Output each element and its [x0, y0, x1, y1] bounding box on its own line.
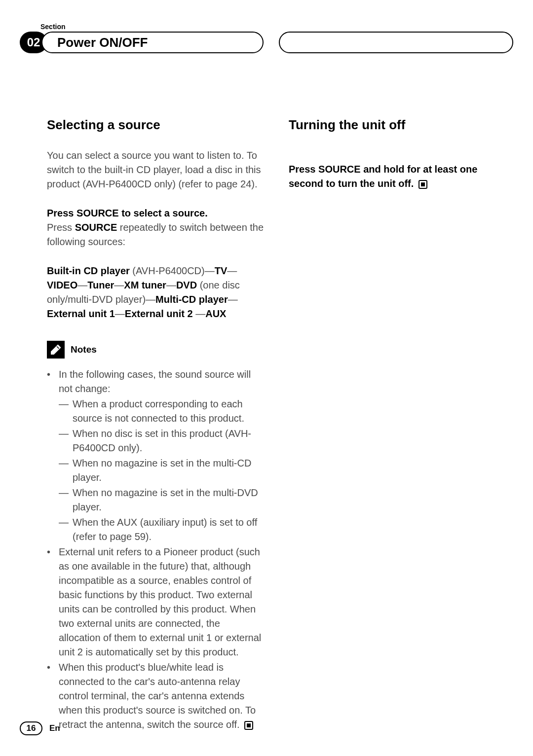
note-text: In the following cases, the sound source…	[59, 367, 264, 396]
note-text: External unit refers to a Pioneer produc…	[59, 545, 264, 659]
instruction-bold: SOURCE	[75, 222, 117, 233]
source-dvd: DVD	[176, 280, 197, 290]
dash: —	[228, 294, 238, 305]
dash-icon: —	[59, 456, 73, 485]
page-number: 16	[20, 721, 42, 735]
empty-pill	[279, 32, 513, 53]
pencil-icon	[47, 341, 65, 359]
bullet-icon: •	[47, 545, 59, 659]
section-label: Section	[40, 23, 66, 31]
note-subtext: When the AUX (auxiliary input) is set to…	[73, 515, 264, 544]
end-marker-icon	[244, 721, 253, 730]
source-multicd: Multi-CD player	[155, 294, 228, 305]
end-marker-icon	[419, 180, 427, 189]
dash-icon: —	[59, 486, 73, 514]
source-aux: AUX	[205, 308, 226, 319]
notes-header: Notes	[47, 341, 264, 359]
source-cd: Built-in CD player	[47, 265, 130, 276]
dash: —	[115, 308, 125, 319]
note-subitem: — When a product corresponding to each s…	[59, 397, 264, 426]
turn-off-instruction: Press SOURCE and hold for at least one s…	[289, 162, 506, 191]
note-subtext: When no disc is set in this product (AVH…	[73, 427, 264, 455]
dash-icon: —	[59, 397, 73, 426]
dash-icon: —	[59, 427, 73, 455]
content-area: Selecting a source You can select a sour…	[47, 117, 513, 733]
dash: —	[227, 265, 237, 276]
source-cd-paren: (AVH-P6400CD)—	[130, 265, 215, 276]
instruction-pre: Press	[47, 222, 75, 233]
bullet-icon: •	[47, 367, 59, 396]
right-column: Turning the unit off Press SOURCE and ho…	[289, 117, 506, 733]
left-column: Selecting a source You can select a sour…	[47, 117, 264, 733]
source-xm: XM tuner	[124, 280, 166, 290]
note-text: When this product's blue/white lead is c…	[59, 660, 264, 732]
note-subitem: — When the AUX (auxiliary input) is set …	[59, 515, 264, 544]
note-subtext: When no magazine is set in the multi-CD …	[73, 456, 264, 485]
source-tv: TV	[215, 265, 228, 276]
turn-off-text: Press SOURCE and hold for at least one s…	[289, 164, 477, 189]
turning-off-heading: Turning the unit off	[289, 117, 506, 133]
note-subitem: — When no magazine is set in the multi-D…	[59, 486, 264, 514]
source-ext2: External unit 2	[125, 308, 193, 319]
source-ext1: External unit 1	[47, 308, 115, 319]
note-subtext: When a product corresponding to each sou…	[73, 397, 264, 426]
intro-paragraph: You can select a source you want to list…	[47, 148, 264, 191]
header-row: 02 Power ON/OFF	[20, 32, 513, 53]
footer: 16 En	[20, 721, 60, 735]
source-list: Built-in CD player (AVH-P6400CD)—TV—VIDE…	[47, 264, 264, 321]
note-item: • When this product's blue/white lead is…	[47, 660, 264, 732]
note-item: • External unit refers to a Pioneer prod…	[47, 545, 264, 659]
selecting-source-heading: Selecting a source	[47, 117, 264, 133]
note-text-inner: When this product's blue/white lead is c…	[59, 662, 256, 730]
dash: —	[166, 280, 176, 290]
language-code: En	[49, 723, 60, 733]
dash: —	[193, 308, 206, 319]
dash: —	[77, 280, 87, 290]
note-item: • In the following cases, the sound sour…	[47, 367, 264, 396]
note-subitem: — When no disc is set in this product (A…	[59, 427, 264, 455]
note-subitem: — When no magazine is set in the multi-C…	[59, 456, 264, 485]
source-tuner: Tuner	[87, 280, 114, 290]
dash: —	[114, 280, 124, 290]
notes-list: • In the following cases, the sound sour…	[47, 367, 264, 732]
instruction-title: Press SOURCE to select a source.	[47, 206, 264, 220]
notes-label: Notes	[71, 344, 97, 355]
source-instruction: Press SOURCE to select a source. Press S…	[47, 206, 264, 249]
title-pill: Power ON/OFF	[41, 32, 264, 53]
page-title: Power ON/OFF	[57, 35, 148, 50]
source-video: VIDEO	[47, 280, 77, 290]
dash-icon: —	[59, 515, 73, 544]
section-number: 02	[27, 36, 40, 49]
note-subtext: When no magazine is set in the multi-DVD…	[73, 486, 264, 514]
